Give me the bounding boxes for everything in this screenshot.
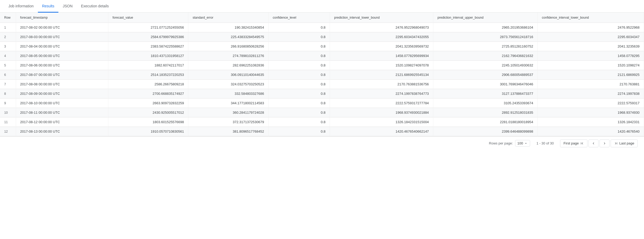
table-cell: 1420.4676540 bbox=[537, 127, 644, 136]
table-cell: 1326.1842331 bbox=[537, 117, 644, 127]
table-cell: 306.09110140044635 bbox=[188, 70, 268, 80]
table-cell: 0.8 bbox=[268, 23, 330, 32]
pagination-nav: First page Last page bbox=[560, 139, 638, 147]
next-icon bbox=[602, 141, 607, 146]
tab-json[interactable]: JSON bbox=[58, 0, 77, 13]
table-body: 12017-08-02 00:00:00 UTC2721.07712524550… bbox=[0, 23, 644, 136]
table-cell: 3 bbox=[0, 42, 16, 51]
table-cell: 2295.6034347432055 bbox=[330, 32, 433, 42]
table-cell: 9 bbox=[0, 98, 16, 108]
table-cell: 2017-08-05 00:00:00 UTC bbox=[16, 51, 108, 61]
table-cell: 2017-08-12 00:00:00 UTC bbox=[16, 117, 108, 127]
table-cell: 3105.24353393674 bbox=[433, 98, 538, 108]
table-cell: 2017-08-08 00:00:00 UTC bbox=[16, 80, 108, 89]
table-cell: 1458.0778295699934 bbox=[330, 51, 433, 61]
table-row: 32017-08-04 00:00:00 UTC2383.58742255886… bbox=[0, 42, 644, 51]
table-cell: 0.8 bbox=[268, 117, 330, 127]
table-cell: 274.7898102811276 bbox=[188, 51, 268, 61]
table-cell: 1803.601525576698 bbox=[108, 117, 188, 127]
table-cell: 332.584803327686 bbox=[188, 89, 268, 98]
table-cell: 11 bbox=[0, 117, 16, 127]
last-page-label: Last page bbox=[619, 141, 634, 145]
table-cell: 2041.3235639 bbox=[537, 42, 644, 51]
rows-per-page-select[interactable]: 100 bbox=[515, 140, 530, 147]
table-row: 72017-08-08 00:00:00 UTC2586.26675809218… bbox=[0, 80, 644, 89]
table-cell: 1810.4371331958127 bbox=[108, 51, 188, 61]
table-cell: 2 bbox=[0, 32, 16, 42]
rows-per-page-label: Rows per page: bbox=[489, 141, 513, 145]
table-cell: 2892.912518031835 bbox=[433, 108, 538, 117]
table-row: 112017-08-12 00:00:00 UTC1803.6015255766… bbox=[0, 117, 644, 127]
prev-page-button[interactable] bbox=[588, 139, 598, 147]
tab-results[interactable]: Results bbox=[38, 0, 59, 13]
table-cell: 2041.3235639569732 bbox=[330, 42, 433, 51]
table-cell: 1 bbox=[0, 23, 16, 32]
table-cell: 225.43833284549575 bbox=[188, 32, 268, 42]
table-cell: 2873.7565612418716 bbox=[433, 32, 538, 42]
table-cell: 1968.9374930021884 bbox=[330, 108, 433, 117]
table-cell: 2017-08-04 00:00:00 UTC bbox=[16, 42, 108, 51]
last-page-icon bbox=[614, 141, 618, 146]
table-cell: 10 bbox=[0, 108, 16, 117]
next-page-button[interactable] bbox=[600, 139, 610, 147]
table-cell: 0.8 bbox=[268, 61, 330, 70]
table-cell: 360.2841179724028 bbox=[188, 108, 268, 117]
table-cell: 0.8 bbox=[268, 32, 330, 42]
tab-bar: Job information Results JSON Execution d… bbox=[0, 0, 644, 13]
tab-job-information[interactable]: Job information bbox=[4, 0, 38, 13]
table-cell: 2430.925005517012 bbox=[108, 108, 188, 117]
col-standard-error: standard_error bbox=[188, 13, 268, 23]
table-cell: 2476.9522968 bbox=[537, 23, 644, 32]
table-cell: 381.8096517768452 bbox=[188, 127, 268, 136]
table-cell: 282.6962251082836 bbox=[188, 61, 268, 70]
table-cell: 0.8 bbox=[268, 89, 330, 98]
col-forecast-value: forecast_value bbox=[108, 13, 188, 23]
table-cell: 2295.6034347 bbox=[537, 32, 644, 42]
tab-job-information-label: Job information bbox=[8, 4, 34, 8]
table-cell: 2162.796436821632 bbox=[433, 51, 538, 61]
table-cell: 2017-08-06 00:00:00 UTC bbox=[16, 61, 108, 70]
table-cell: 2017-08-11 00:00:00 UTC bbox=[16, 108, 108, 117]
col-confidence-level: confidence_level bbox=[268, 13, 330, 23]
table-row: 42017-08-05 00:00:00 UTC1810.43713319581… bbox=[0, 51, 644, 61]
table-cell: 2476.9522968049073 bbox=[330, 23, 433, 32]
table-cell: 2222.5759317277784 bbox=[330, 98, 433, 108]
tab-json-label: JSON bbox=[63, 4, 72, 8]
table-cell: 8 bbox=[0, 89, 16, 98]
table-cell: 0.8 bbox=[268, 42, 330, 51]
table-row: 12017-08-02 00:00:00 UTC2721.07712524550… bbox=[0, 23, 644, 32]
first-page-button[interactable]: First page bbox=[560, 139, 587, 147]
table-cell: 2274.1997838 bbox=[537, 89, 644, 98]
table-cell: 0.8 bbox=[268, 98, 330, 108]
table-cell: 0.8 bbox=[268, 108, 330, 117]
table-cell: 3001.7696346476046 bbox=[433, 80, 538, 89]
table-cell: 372.3171372530679 bbox=[188, 117, 268, 127]
table-cell: 1420.4676540662147 bbox=[330, 127, 433, 136]
first-page-label: First page bbox=[564, 141, 579, 145]
table-row: 92017-08-10 00:00:00 UTC2663.90973283225… bbox=[0, 98, 644, 108]
table-cell: 1882.60742117017 bbox=[108, 61, 188, 70]
tab-execution-details[interactable]: Execution details bbox=[77, 0, 113, 13]
table-cell: 0.8 bbox=[268, 70, 330, 80]
table-cell: 1520.1098274097078 bbox=[330, 61, 433, 70]
table-cell: 0.8 bbox=[268, 80, 330, 89]
tab-results-label: Results bbox=[42, 4, 54, 8]
table-cell: 3127.137886473377 bbox=[433, 89, 538, 98]
table-cell: 2017-08-10 00:00:00 UTC bbox=[16, 98, 108, 108]
first-page-icon bbox=[580, 141, 584, 146]
table-row: 122017-08-13 00:00:00 UTC1910.0570710830… bbox=[0, 127, 644, 136]
table-row: 52017-08-06 00:00:00 UTC1882.60742117017… bbox=[0, 61, 644, 70]
table-cell: 6 bbox=[0, 70, 16, 80]
table-cell: 1968.9374930 bbox=[537, 108, 644, 117]
table-row: 82017-08-09 00:00:00 UTC2700.66883517492… bbox=[0, 89, 644, 98]
prev-icon bbox=[591, 141, 596, 146]
table-cell: 2399.646488099898 bbox=[433, 127, 538, 136]
table-cell: 2017-08-02 00:00:00 UTC bbox=[16, 23, 108, 32]
table-cell: 12 bbox=[0, 127, 16, 136]
table-cell: 2584.6799979925386 bbox=[108, 32, 188, 42]
rows-per-page-section: Rows per page: 100 bbox=[489, 140, 530, 147]
table-cell: 266.91680850628256 bbox=[188, 42, 268, 51]
table-cell: 1458.0778295 bbox=[537, 51, 644, 61]
last-page-button[interactable]: Last page bbox=[611, 139, 638, 147]
table-cell: 2222.5759317 bbox=[537, 98, 644, 108]
